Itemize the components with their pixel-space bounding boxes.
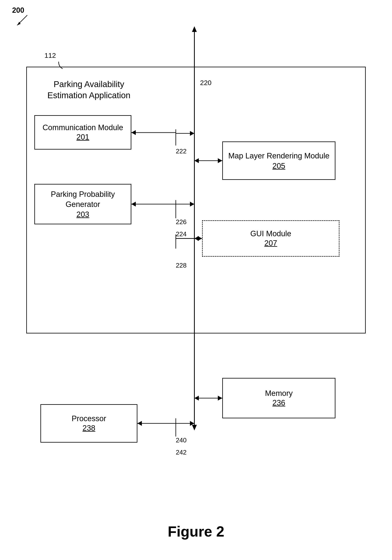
svg-marker-4 [192,425,197,430]
comm-module-box: Communication Module 201 [34,115,131,150]
processor-title: Processor [71,414,106,423]
processor-box: Processor 238 [40,404,137,443]
map-module-num: 205 [272,162,285,170]
memory-num: 236 [272,399,285,407]
gui-module-box: GUI Module 207 [202,220,340,257]
svg-marker-31 [190,421,194,426]
gui-module-num: 207 [264,239,277,248]
comm-module-title: Communication Module [42,123,123,132]
map-module-box: Map Layer Rendering Module 205 [222,141,335,180]
comm-module-num: 201 [76,133,89,141]
label-222: 222 [176,148,187,155]
label-228: 228 [176,262,187,269]
parking-prob-box: Parking Probability Generator 203 [34,184,131,224]
label-242: 242 [176,449,187,456]
label-240: 240 [176,437,187,444]
svg-marker-30 [137,421,142,426]
svg-marker-3 [192,26,197,32]
figure-label: Figure 2 [168,523,224,540]
fig-number-label: 200 [12,6,24,15]
map-module-title: Map Layer Rendering Module [228,151,330,161]
svg-marker-26 [194,396,199,400]
gui-module-title: GUI Module [250,229,291,238]
parking-prob-num: 203 [76,210,89,219]
label-220: 220 [200,79,211,87]
parking-prob-title: Parking Probability Generator [35,189,131,209]
svg-line-0 [17,15,27,25]
label-224: 224 [176,230,187,238]
memory-title: Memory [265,389,292,398]
svg-marker-25 [218,396,222,400]
diagram-container: 200 112 Parking Availability Estimation … [0,0,392,560]
outer-box-title: Parking Availability Estimation Applicat… [40,79,137,101]
processor-num: 238 [82,424,95,432]
label-112: 112 [44,51,56,60]
svg-marker-1 [17,22,20,25]
memory-box: Memory 236 [222,378,335,418]
label-226: 226 [176,218,187,226]
